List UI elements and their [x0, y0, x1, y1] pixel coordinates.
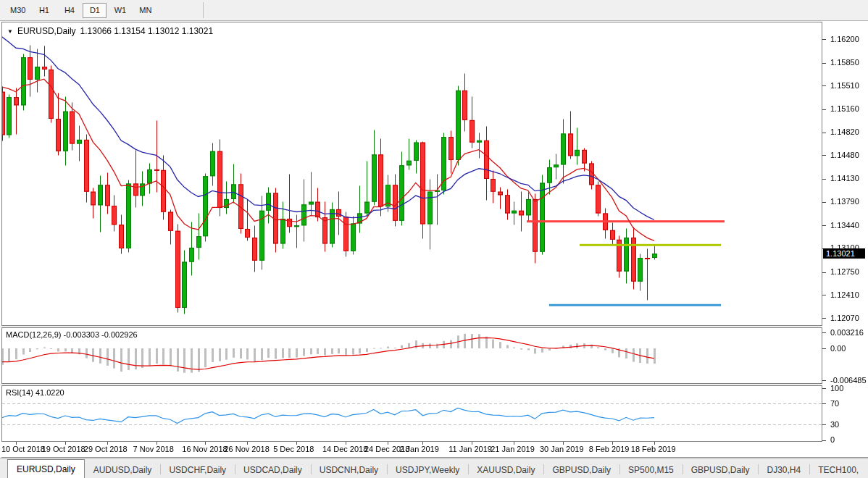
date-axis-tick	[514, 442, 514, 445]
date-axis-tick	[157, 442, 157, 445]
chart-symbol-label: EURUSD,Daily	[17, 26, 76, 36]
price-axis-label: 1.13790	[830, 197, 859, 206]
price-axis-tick	[822, 63, 826, 64]
macd-indicator-label: MACD(12,26,9) -0.003303 -0.002926	[6, 330, 138, 339]
terminal-window: M30H1H4D1W1MN ▼ EURUSD,Daily 1.13066 1.1…	[0, 0, 868, 478]
price-axis-tick	[822, 318, 826, 319]
chart-tab-sp500-m15[interactable]: SP500,M15	[619, 461, 683, 478]
date-axis-label: 10 Oct 2018	[1, 445, 45, 453]
price-axis-label: 1.15160	[830, 104, 859, 113]
chart-tab-usdcad-daily[interactable]: USDCAD,Daily	[235, 461, 311, 478]
price-axis-tick	[822, 39, 826, 40]
date-axis-label: 30 Jan 2019	[540, 445, 584, 453]
price-axis-tick	[822, 225, 826, 226]
rsi-axis-tick	[822, 388, 826, 389]
date-axis-tick	[612, 442, 613, 445]
date-axis-tick	[654, 442, 655, 445]
macd-axis-label: 0.00	[830, 344, 846, 353]
date-axis-tick	[422, 442, 423, 445]
price-axis-label: 1.12750	[830, 267, 859, 276]
chart-tab-gbpusd-daily[interactable]: GBPUSD,Daily	[683, 461, 759, 478]
price-axis-label: 1.13440	[830, 221, 859, 230]
chart-tab-audusd-daily[interactable]: AUDUSD,Daily	[85, 461, 161, 478]
macd-axis-tick	[822, 380, 826, 381]
price-axis-label: 1.12070	[830, 314, 859, 322]
date-axis-label: 14 Dec 2018	[322, 445, 367, 453]
date-axis-tick	[247, 442, 248, 445]
price-axis-label: 1.14130	[830, 174, 859, 183]
date-axis-tick	[296, 442, 297, 445]
price-axis-label: 1.14480	[830, 151, 859, 159]
chart-tab-usdjpy-weekly[interactable]: USDJPY,Weekly	[387, 461, 468, 478]
chart-tab-xauusd-daily[interactable]: XAUUSD,Daily	[468, 461, 543, 478]
chart-tab-usdcnh-daily[interactable]: USDCNH,Daily	[311, 461, 387, 478]
rsi-axis-tick	[822, 403, 826, 404]
date-axis-label: 7 Nov 2018	[133, 445, 174, 453]
chart-tab-bar: EURUSD,DailyAUDUSD,DailyUSDCHF,DailyUSDC…	[0, 458, 868, 478]
date-axis-label: 21 Jan 2019	[491, 445, 535, 453]
date-axis-label: 5 Dec 2018	[273, 445, 314, 453]
macd-axis-tick	[822, 348, 826, 349]
date-axis-tick	[16, 442, 17, 445]
price-axis-tick	[822, 295, 826, 295]
chart-title: ▼ EURUSD,Daily 1.13066 1.13154 1.13012 1…	[7, 26, 213, 36]
chart-tab-tech100-[interactable]: TECH100,	[809, 461, 867, 478]
chart-tab-eurusd-daily[interactable]: EURUSD,Daily	[7, 459, 85, 478]
price-axis-label: 1.15850	[830, 58, 859, 67]
rsi-axis-label: 70	[830, 399, 839, 408]
chart-ohlc-values: 1.13066 1.13154 1.13012 1.13021	[80, 26, 214, 36]
date-axis-label: 2 Jan 2019	[399, 445, 438, 453]
price-axis-label: 1.12410	[830, 290, 859, 299]
date-axis-tick	[472, 442, 472, 445]
price-axis-tick	[822, 202, 826, 203]
rsi-axis-tick	[822, 424, 826, 425]
price-axis-label: 1.16200	[830, 35, 859, 43]
macd-axis-tick	[822, 332, 826, 333]
rsi-indicator-label: RSI(14) 41.0220	[6, 388, 64, 397]
chart-tab-usdchf-daily[interactable]: USDCHF,Daily	[160, 461, 235, 478]
date-axis-label: 11 Jan 2019	[448, 445, 492, 453]
price-axis-tick	[822, 109, 826, 110]
price-axis-label: 1.15510	[830, 81, 859, 90]
date-axis-label: 8 Feb 2019	[589, 445, 630, 453]
price-axis-tick	[822, 179, 826, 180]
price-axis-tick	[822, 155, 826, 156]
rsi-axis-label: 0	[830, 435, 835, 444]
rsi-axis-label: 30	[830, 420, 839, 429]
rsi-axis-tick	[822, 440, 826, 441]
date-axis-label: 29 Oct 2018	[84, 445, 128, 453]
date-axis-tick	[205, 442, 206, 445]
price-axis-tick	[822, 133, 826, 133]
price-axis-tick	[822, 85, 826, 86]
chart-tab-gbpusd-daily[interactable]: GBPUSD,Daily	[543, 461, 619, 478]
date-axis-label: 26 Nov 2018	[224, 445, 269, 453]
symbol-dropdown-icon[interactable]: ▼	[7, 28, 13, 35]
chart-canvas[interactable]	[0, 0, 868, 478]
current-price-badge: 1.13021	[823, 248, 865, 259]
macd-axis-label: 0.003216	[830, 328, 864, 337]
price-axis-label: 1.14820	[830, 127, 859, 136]
date-axis-tick	[346, 442, 346, 445]
date-axis-label: 18 Feb 2019	[631, 445, 676, 453]
date-axis-tick	[388, 442, 388, 445]
price-axis-tick	[822, 272, 826, 273]
chart-tab-dj30-h4[interactable]: DJ30,H4	[758, 461, 809, 478]
date-axis-tick	[65, 442, 66, 445]
date-axis-tick	[107, 442, 108, 445]
date-axis-label: 16 Nov 2018	[182, 445, 227, 453]
date-axis-tick	[563, 442, 564, 445]
date-axis-label: 19 Oct 2018	[42, 445, 85, 453]
rsi-axis-label: 100	[830, 384, 843, 393]
